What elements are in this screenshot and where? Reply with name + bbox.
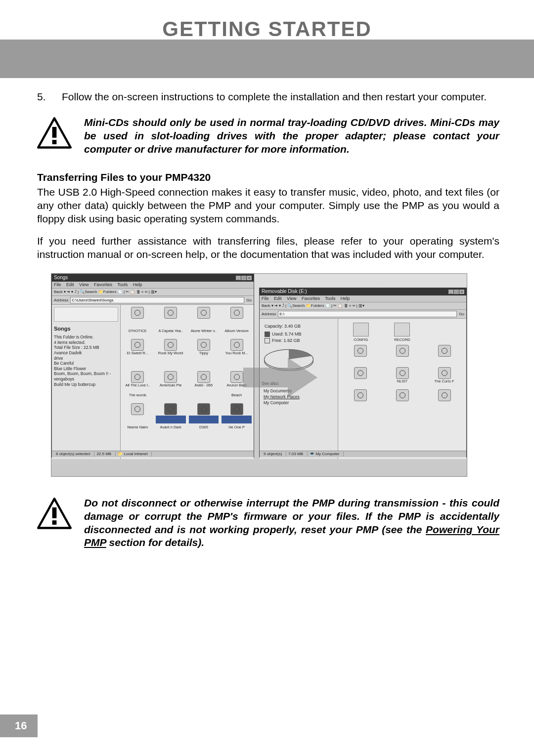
file-grid: CONFIG RECORD NLISTThe Corrs F <box>338 319 466 459</box>
file-cell[interactable]: Alone Winter v.. <box>188 329 220 337</box>
file-label <box>189 416 219 423</box>
file-cell[interactable] <box>155 306 186 328</box>
file-cell[interactable]: All The Love I.. <box>122 371 153 392</box>
menu-tools[interactable]: Tools <box>325 296 335 301</box>
go-button[interactable]: Go <box>246 298 252 303</box>
file-cell[interactable]: D365 <box>188 425 220 434</box>
file-cell[interactable]: Rock My World <box>155 338 186 360</box>
transfer-arrow-icon <box>243 355 317 400</box>
file-cell[interactable]: Neene Naim <box>122 425 153 434</box>
file-cell[interactable]: NLIST <box>382 367 422 388</box>
file-label: D365 <box>189 425 219 433</box>
file-cell[interactable]: Tippy <box>188 338 220 360</box>
file-cell[interactable] <box>424 389 464 410</box>
svg-rect-2 <box>52 140 57 144</box>
file-cell[interactable] <box>221 306 252 328</box>
file-cell[interactable]: He One P <box>221 425 252 434</box>
file-label <box>156 361 186 369</box>
file-label <box>189 319 219 327</box>
file-cell[interactable]: 07HOTICE <box>122 329 153 337</box>
file-cell[interactable] <box>155 403 186 424</box>
file-label <box>383 402 422 410</box>
side-line: 4 items selected. <box>54 340 118 345</box>
file-label <box>123 361 153 369</box>
address-input[interactable] <box>278 311 457 317</box>
file-label: NLIST <box>383 379 422 387</box>
file-cell[interactable] <box>122 403 153 424</box>
menu-file[interactable]: File <box>54 282 61 287</box>
file-cell[interactable] <box>340 367 380 388</box>
maximize-icon[interactable]: □ <box>241 276 246 280</box>
file-cell[interactable]: A Capela Yea.. <box>155 329 186 337</box>
address-bar: Address Go <box>260 310 466 319</box>
menu-favorites[interactable]: Favorites <box>302 296 320 301</box>
file-cell[interactable]: Arabi - 065 <box>188 371 220 392</box>
file-cell[interactable] <box>188 306 220 328</box>
address-input[interactable] <box>70 297 244 303</box>
maximize-icon[interactable]: □ <box>454 290 459 294</box>
go-button[interactable]: Go <box>459 312 464 317</box>
file-cell[interactable] <box>382 344 422 366</box>
status-bar: 9 object(s) 7.03 MB 💻 My Computer <box>260 451 466 457</box>
menu-file[interactable]: File <box>262 296 269 301</box>
close-icon[interactable]: × <box>459 290 464 294</box>
file-cell[interactable] <box>340 389 380 410</box>
file-cell[interactable] <box>221 403 252 424</box>
file-cell[interactable] <box>188 403 220 424</box>
file-icon <box>131 403 144 415</box>
side-lines: This Folder is Online.4 items selected.T… <box>54 335 118 387</box>
menu-view[interactable]: View <box>287 296 296 301</box>
file-cell[interactable]: Album Version <box>221 329 252 337</box>
file-cell[interactable] <box>155 393 186 402</box>
file-cell[interactable]: El Sweet R... <box>122 338 153 360</box>
toolbar[interactable]: Back ▾ ➔ ▾ ⤴ | 🔍Search 📁Folders 🕑 | ✂ 📋 … <box>52 289 254 296</box>
file-icon <box>164 339 177 351</box>
file-label <box>189 393 219 401</box>
menu-favorites[interactable]: Favorites <box>94 282 112 287</box>
file-label <box>425 357 464 365</box>
file-cell[interactable]: The words <box>122 393 153 402</box>
file-icon <box>230 307 243 319</box>
menu-tools[interactable]: Tools <box>117 282 128 287</box>
page-content: 5. Follow the on-screen instructions to … <box>0 78 534 549</box>
file-cell[interactable]: The Corrs F <box>424 367 464 388</box>
file-cell[interactable] <box>188 361 220 370</box>
side-line: Total File Size : 22.5 MB <box>54 345 118 350</box>
toolbar[interactable]: Back ▾ ➔ ▾ ⤴ | 🔍Search 📁Folders 🕑 | ✂ 📋 … <box>260 302 466 310</box>
file-icon <box>131 339 144 351</box>
file-cell[interactable] <box>188 393 220 402</box>
menu-edit[interactable]: Edit <box>274 296 282 301</box>
file-cell[interactable]: American Pie <box>155 371 186 392</box>
menu-view[interactable]: View <box>79 282 89 287</box>
file-cell[interactable] <box>155 361 186 370</box>
file-icon <box>164 307 177 319</box>
page-title: GETTING STARTED <box>0 17 534 41</box>
menu-help[interactable]: Help <box>341 296 350 301</box>
folder-icon[interactable] <box>353 323 369 336</box>
file-cell[interactable] <box>382 389 422 410</box>
window-controls: _□× <box>448 289 464 295</box>
folder-icon[interactable] <box>394 323 410 336</box>
file-label <box>222 416 252 423</box>
file-icon <box>396 367 409 379</box>
menu-bar: File Edit View Favorites Tools Help <box>52 282 254 289</box>
svg-marker-5 <box>243 358 317 397</box>
status-selected: 8 object(s) selected <box>54 452 94 457</box>
close-icon[interactable]: × <box>247 276 252 280</box>
minimize-icon[interactable]: _ <box>236 276 241 280</box>
file-cell[interactable] <box>122 306 153 328</box>
address-label: Address <box>262 312 276 317</box>
minimize-icon[interactable]: _ <box>448 290 453 294</box>
link-my-computer[interactable]: My Computer <box>264 400 334 406</box>
file-label: Album Version <box>222 329 252 337</box>
file-cell[interactable] <box>340 344 380 366</box>
file-label <box>341 402 380 410</box>
file-label: Neene Naim <box>123 425 153 433</box>
folder-config-label: CONFIG <box>354 337 368 342</box>
file-cell[interactable] <box>424 344 464 366</box>
menu-edit[interactable]: Edit <box>66 282 74 287</box>
sidebar: Songs This Folder is Online.4 items sele… <box>52 305 121 459</box>
file-cell[interactable] <box>122 361 153 370</box>
menu-help[interactable]: Help <box>133 282 142 287</box>
file-cell[interactable]: Avant n Dark <box>155 425 186 434</box>
